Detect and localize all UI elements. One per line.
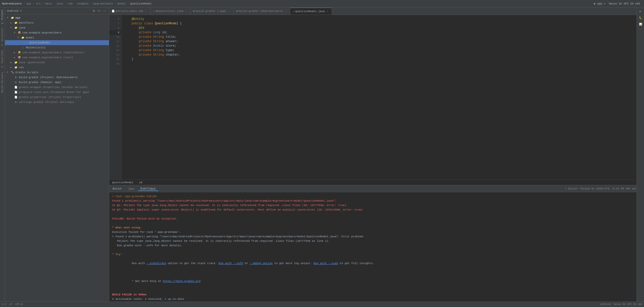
tree-item-model[interactable]: ▼ 📁 model <box>5 35 109 40</box>
build-status-indicator: ✓ Build: failed at 2020/3/5, 8:15 PM 407… <box>565 187 636 190</box>
output-run-with: Run with <box>132 262 146 265</box>
tab-close-mainactivity[interactable]: × <box>184 10 188 13</box>
bottom-tabs: Build: Sync Build Output ✓ Build: failed… <box>109 185 636 192</box>
output-section-span1: * What went wrong: <box>112 226 142 229</box>
output-found-problems: Found 2 problem(s) parsing "/Users/mac/A… <box>112 199 634 203</box>
output-failure-header: FAILURE: Build failed with an exception. <box>112 216 634 221</box>
device-name[interactable]: Nexus 5X API 29 x86 <box>609 2 640 5</box>
breadcrumb-main[interactable]: main <box>46 2 52 5</box>
output-help-url[interactable]: https://help.gradle.org <box>163 280 201 283</box>
tab-mainactivity-java[interactable]: ☕ MainActivity.java × <box>150 8 190 15</box>
folder-icon-app: 📁 <box>10 16 14 20</box>
tab-close-questionmodel[interactable]: × <box>326 10 329 13</box>
breadcrumb-app[interactable]: app <box>26 2 31 5</box>
panel-sync-btn[interactable]: ↻ <box>97 9 102 13</box>
project-panel: Android ▾ ⚙ ↻ — ▼ 📁 app ▶ 📁 manifests <box>5 8 109 302</box>
tree-item-gradle-wrapper[interactable]: 📄 gradle-wrapper.properties (Gradle Vers… <box>5 85 109 90</box>
tree-item-package-androidtest[interactable]: ▶ 📦 com.example.mygreenlearn (androidTes… <box>5 50 109 55</box>
bottom-tab-sync[interactable]: Sync <box>126 187 137 191</box>
tree-item-questionmodel[interactable]: ☕ QuestionModel <box>5 40 109 45</box>
output-pb324: Pb(324) The type java.lang.Object cannot… <box>112 239 634 243</box>
line-num-13: 13 <box>109 48 121 52</box>
package-icon-androidtest: 📦 <box>17 50 21 54</box>
code-content[interactable]: @Entity public class QuestionModel { @Id… <box>122 15 636 180</box>
tab-questionmodel-java[interactable]: ☕ QuestionModel.java × <box>290 8 332 15</box>
breadcrumb-model[interactable]: model <box>118 2 126 5</box>
tree-item-build-gradle-module[interactable]: ⚙ build.gradle (Module: app) <box>5 80 109 85</box>
line-num-12: 12 <box>109 44 121 48</box>
build-fail-icon: ✓ <box>565 187 567 190</box>
device-selector[interactable]: ▶ app ▾ <box>594 2 605 5</box>
debug-icon[interactable]: 🐛 <box>638 15 644 21</box>
tree-item-package-test[interactable]: ▶ 📦 com.example.mygreenlearn (test) <box>5 55 109 60</box>
profile-icon[interactable]: 📊 <box>638 21 644 27</box>
status-line-col: 1:1 <box>2 303 6 306</box>
tab-close-activity-main[interactable]: × <box>144 10 148 13</box>
output-try-header: * Try: <box>112 252 634 257</box>
structure-tab[interactable]: 4: Structure <box>0 26 4 48</box>
breadcrumb-mygreenlearn[interactable]: mygreenlearn <box>93 2 113 5</box>
output-link-stacktrace[interactable]: --stacktrace <box>146 262 166 265</box>
tree-item-package-main[interactable]: ▼ 📦 com.example.mygreenlearn <box>5 30 109 35</box>
project-tab[interactable]: 1: Project <box>0 8 4 26</box>
tree-item-gradle-scripts[interactable]: ▼ 🔧 Gradle Scripts <box>5 70 109 75</box>
breadcrumb-example[interactable]: example <box>77 2 88 5</box>
code-line-12: private Double score; <box>124 44 634 48</box>
tree-item-res[interactable]: ▶ 📁 res <box>5 65 109 70</box>
tab-build-gradle-mygreenlearn[interactable]: ⚙ build.gradle (MyGreenLearn) × <box>234 8 290 15</box>
code-line-8: @Id <box>124 26 634 30</box>
code-line-16 <box>124 62 634 66</box>
breadcrumb-com[interactable]: com <box>68 2 73 5</box>
tree-item-proguard[interactable]: 📄 proguard-rules.pro (ProGuard Rules for… <box>5 90 109 95</box>
line-num-16: 16 <box>109 62 121 66</box>
tree-item-build-gradle-project[interactable]: ⚙ build.gradle (Project: MyGreenLearn) <box>5 75 109 80</box>
tree-label-java: java <box>19 26 25 29</box>
top-bar: MyGreenLearn › app › src › main › java ›… <box>0 0 644 8</box>
panel-close-btn[interactable]: — <box>102 9 107 13</box>
tree-label-mainactivity: MainActivity <box>26 46 46 49</box>
tab-close-build-gradle-mygreenlearn[interactable]: × <box>284 10 288 13</box>
editor-breadcrumb-field[interactable]: id <box>139 181 142 184</box>
tree-item-settings-gradle[interactable]: ⚙ settings.gradle (Project Settings) <box>5 100 109 105</box>
gradle-tab-icon-mygreenlearn: ⚙ <box>236 10 238 13</box>
editor-breadcrumb: QuestionModel › id <box>109 180 636 185</box>
tree-arrow-model: ▼ <box>17 36 21 39</box>
tab-label-mainactivity: MainActivity.java <box>156 10 183 13</box>
favorites-tab[interactable]: 2: Favorites <box>0 48 4 70</box>
line-num-15: 15 <box>109 57 121 62</box>
output-task-span: > Task :app:greendao FAILED <box>112 195 156 198</box>
tab-close-build-gradle-app[interactable]: × <box>228 10 231 13</box>
build-status-text: Build: failed at 2020/3/5, 8:15 PM 407 m… <box>568 187 636 190</box>
breadcrumb-questionmodel[interactable]: QuestionModel <box>130 2 152 5</box>
output-build-failed-span: BUILD FAILED in 368ms <box>112 293 146 296</box>
bottom-tab-build-output[interactable]: Build Output <box>138 186 158 191</box>
code-editor[interactable]: 6 7 8 9 10 11 12 13 14 15 16 @Entity pub… <box>109 15 636 180</box>
breadcrumb-java[interactable]: java <box>56 2 63 5</box>
tree-item-java-generated[interactable]: ▶ 📁 java (generated) <box>5 60 109 65</box>
output-link-debug[interactable]: --debug option <box>250 262 273 265</box>
output-link-info[interactable]: Run with --info <box>218 262 243 265</box>
tab-activity-main-xml[interactable]: 📄 activity_main.xml × <box>109 8 150 15</box>
breadcrumb-src[interactable]: src <box>36 2 41 5</box>
code-line-6: @Entity <box>124 17 634 21</box>
proguard-icon: 📄 <box>14 90 18 94</box>
output-link-scan[interactable]: Run with --scan <box>314 262 338 265</box>
tab-build-gradle-app[interactable]: ⚙ build.gradle (:app) × <box>190 8 234 15</box>
tree-item-app[interactable]: ▼ 📁 app <box>5 15 109 20</box>
tree-item-gradle-properties[interactable]: 📄 gradle.properties (Project Properties) <box>5 95 109 100</box>
tree-item-manifests[interactable]: ▶ 📁 manifests <box>5 20 109 25</box>
build-output-content[interactable]: > Task :app:greendao FAILED Found 2 prob… <box>109 192 636 302</box>
run-icon[interactable]: ▶ <box>638 8 644 14</box>
tree-item-mainactivity[interactable]: ☕ MainActivity <box>5 45 109 50</box>
tree-arrow-app: ▼ <box>7 16 10 19</box>
tree-item-java[interactable]: ▼ 📁 java <box>5 25 109 30</box>
output-found2-span: > Found 2 problem(s) parsing "/Users/mac… <box>112 235 364 238</box>
tab-label-build-gradle-mygreenlearn: build.gradle (MyGreenLearn) <box>239 10 283 13</box>
line-num-11: 11 <box>109 39 121 44</box>
tree-label-model: model <box>26 36 34 39</box>
editor-breadcrumb-class[interactable]: QuestionModel <box>112 181 134 184</box>
panel-settings-btn[interactable]: ⚙ <box>92 9 96 13</box>
build-variants-tab[interactable]: Build Variants <box>0 70 4 95</box>
bottom-panel: Build: Sync Build Output ✓ Build: failed… <box>109 185 636 302</box>
tree-arrow-package-test: ▶ <box>14 56 17 59</box>
